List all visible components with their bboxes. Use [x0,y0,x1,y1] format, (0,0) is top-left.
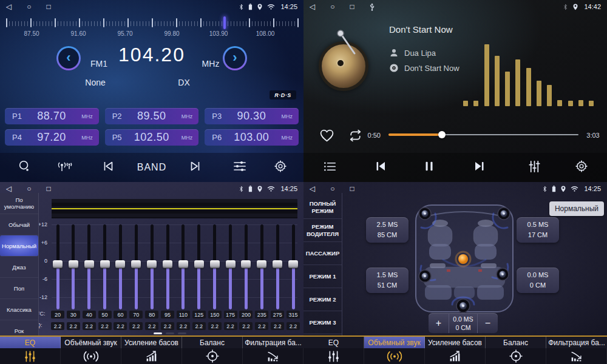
pause-button[interactable] [415,153,444,182]
mode-6[interactable]: РЕЖИМ 3 [304,311,342,334]
playlist-button[interactable] [315,153,344,182]
prev-station-button[interactable] [93,153,123,182]
recents-icon[interactable]: □ [350,3,354,10]
eq-slider-thumb-14[interactable] [257,260,266,268]
preset-button-p4[interactable]: P497.20MHz [5,129,99,146]
tune-up-button[interactable]: › [223,46,247,70]
preset-button-p3[interactable]: P390.30MHz [205,108,299,124]
home-icon[interactable]: ○ [330,3,334,10]
back-icon[interactable]: ◁ [6,185,12,192]
page-dot[interactable] [178,332,186,334]
eq-slider-thumb-1[interactable] [53,260,63,268]
fc-value-15[interactable]: 275 [271,311,284,318]
q-value-6[interactable]: 2.2 [129,322,143,330]
delay-box-rear-left[interactable]: 1.5 MS51 CM [366,268,409,293]
profile-button[interactable]: Нормальный [549,201,604,216]
previous-track-button[interactable] [366,153,395,182]
broadcast-button[interactable] [50,153,80,182]
tab-surround[interactable]: Объёмный звук [364,337,425,364]
mode-1[interactable]: ПОЛНЫЙ РЕЖИМ [304,196,342,219]
tab-filter[interactable]: Фильтрация ба... [243,337,304,364]
fc-value-3[interactable]: 40 [83,311,96,318]
tab-eq[interactable]: EQ [0,337,61,364]
fc-value-9[interactable]: 110 [177,311,190,318]
eq-slider-thumb-4[interactable] [100,260,110,268]
delay-box-rear-right[interactable]: 0.0 MS0 CM [517,268,559,293]
q-value-13[interactable]: 2.2 [239,322,253,330]
equalizer-button[interactable] [520,153,549,182]
preset-button-p6[interactable]: P6103.00MHz [205,129,299,146]
eq-slider-thumb-16[interactable] [288,260,298,268]
eq-slider-thumb-15[interactable] [273,260,282,268]
q-value-7[interactable]: 2.2 [145,322,158,330]
q-value-14[interactable]: 2.2 [255,322,268,330]
eq-preset-1[interactable]: По умолчанию [0,193,38,214]
preset-button-p5[interactable]: P5102.50MHz [105,129,199,146]
eq-slider-thumb-7[interactable] [147,260,157,268]
seek-bar[interactable] [388,130,578,139]
page-dot[interactable] [154,332,162,334]
q-value-12[interactable]: 2.2 [224,322,237,330]
q-value-10[interactable]: 2.2 [192,322,206,330]
eq-preset-4[interactable]: Джаз [0,257,38,278]
tab-balance[interactable]: Баланс [486,337,546,364]
eq-preset-3[interactable]: Нормальный [0,235,38,257]
eq-slider-thumb-2[interactable] [69,260,78,268]
preset-button-p2[interactable]: P289.50MHz [105,108,199,124]
recents-icon[interactable]: □ [350,185,354,192]
q-value-4[interactable]: 2.2 [98,322,112,330]
tab-filter[interactable]: Фильтрация ба... [546,337,607,364]
fc-value-5[interactable]: 60 [114,311,127,318]
home-icon[interactable]: ○ [330,185,334,192]
eq-slider-thumb-8[interactable] [163,260,172,268]
q-value-15[interactable]: 2.2 [271,322,284,330]
seek-thumb[interactable] [438,131,446,138]
q-value-1[interactable]: 2.2 [51,322,64,330]
q-value-3[interactable]: 2.2 [83,322,96,330]
eq-slider-thumb-6[interactable] [131,260,141,268]
band-button[interactable]: BAND [131,153,173,182]
recents-icon[interactable]: □ [46,3,50,10]
mode-3[interactable]: ПАССАЖИР [304,242,342,265]
mode-4[interactable]: РЕЖИМ 1 [304,265,342,288]
back-icon[interactable]: ◁ [6,3,12,10]
next-track-button[interactable] [465,153,494,182]
fc-value-16[interactable]: 315 [287,311,300,318]
q-value-16[interactable]: 2.2 [287,322,300,330]
tune-down-button[interactable]: ‹ [56,46,81,70]
fc-value-10[interactable]: 125 [192,311,206,318]
q-value-11[interactable]: 2.2 [208,322,222,330]
eq-slider-thumb-12[interactable] [226,260,236,268]
q-value-2[interactable]: 2.2 [67,322,80,330]
eq-slider-thumb-11[interactable] [210,260,220,268]
tuner-settings-button[interactable] [225,153,254,182]
eq-slider-thumb-13[interactable] [241,260,251,268]
fc-value-6[interactable]: 70 [129,311,143,318]
back-icon[interactable]: ◁ [310,185,315,192]
fc-value-8[interactable]: 95 [161,311,174,318]
recents-icon[interactable]: □ [46,185,50,192]
eq-preset-6[interactable]: Классика [0,299,38,320]
fc-value-12[interactable]: 175 [224,311,237,318]
tab-balance[interactable]: Баланс [182,337,243,364]
tab-eq[interactable]: EQ [304,337,364,364]
next-station-button[interactable] [181,153,210,182]
back-icon[interactable]: ◁ [310,3,315,10]
fc-value-1[interactable]: 20 [51,311,64,318]
fc-value-14[interactable]: 235 [255,311,268,318]
search-button[interactable] [10,153,39,182]
fc-value-2[interactable]: 30 [67,311,80,318]
q-value-5[interactable]: 2.2 [114,322,127,330]
eq-slider-thumb-10[interactable] [194,260,204,268]
fc-value-7[interactable]: 80 [145,311,158,318]
eq-preset-2[interactable]: Обычай [0,214,38,235]
page-dot[interactable] [166,332,174,334]
frequency-ruler[interactable] [6,18,297,29]
fc-value-13[interactable]: 200 [239,311,253,318]
settings-button[interactable] [266,153,295,182]
eq-slider-thumb-5[interactable] [115,260,125,268]
delay-box-front-left[interactable]: 2.5 MS85 CM [366,217,409,243]
tab-bass-boost[interactable]: Усиление басов [425,337,486,364]
tab-surround[interactable]: Объёмный звук [61,337,121,364]
fc-value-4[interactable]: 50 [98,311,112,318]
